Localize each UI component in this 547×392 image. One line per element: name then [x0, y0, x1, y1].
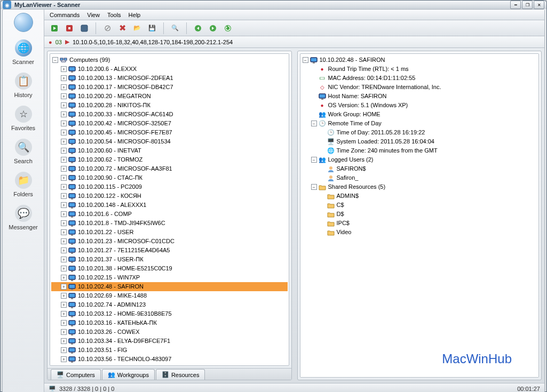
tree-row[interactable]: +10.10.203.12 - HOME-9E310B8E75: [51, 309, 288, 318]
expand-icon[interactable]: +: [61, 284, 67, 290]
tree-row[interactable]: +10.10.200.60 - INETVAT: [51, 146, 288, 155]
tree-row[interactable]: +10.10.200.20 - MEGATRON: [51, 92, 288, 101]
sidebar-item-scanner[interactable]: 🌐 Scanner: [3, 35, 44, 68]
delete-button[interactable]: ✖: [116, 22, 128, 34]
disable-icon[interactable]: ⊘: [101, 22, 113, 34]
tree-row[interactable]: +10.10.200.115 - PC2009: [51, 182, 288, 191]
expand-icon[interactable]: +: [61, 75, 67, 81]
scan-stop-button[interactable]: [64, 22, 75, 34]
expand-icon[interactable]: +: [61, 238, 67, 244]
expand-icon[interactable]: +: [61, 130, 67, 135]
expand-icon[interactable]: +: [61, 102, 67, 108]
tree-row[interactable]: −10.10.202.48 - SAFIRON: [302, 55, 538, 65]
expand-icon[interactable]: +: [61, 202, 67, 208]
expand-icon[interactable]: +: [61, 66, 67, 72]
expand-icon[interactable]: +: [61, 347, 67, 353]
tree-row[interactable]: +10.10.200.148 - ALEXXX1: [51, 201, 288, 210]
expand-icon[interactable]: +: [61, 320, 67, 326]
expand-icon[interactable]: +: [61, 266, 67, 271]
expand-icon[interactable]: +: [61, 247, 67, 253]
tree-row[interactable]: +10.10.201.6 - COMP: [51, 210, 288, 219]
expand-icon[interactable]: +: [61, 175, 67, 181]
tree-row[interactable]: −Shared Resources (5): [302, 182, 538, 191]
tree-row[interactable]: +10.10.203.51 - FIG: [51, 346, 288, 355]
address-range[interactable]: 10.10.0-5,10,16-18,32,40,48,128-170,184-…: [73, 39, 233, 45]
expand-icon[interactable]: +: [61, 229, 67, 235]
computers-tree[interactable]: −Computers (99)+10.10.200.6 - ALEXXX+10.…: [50, 53, 289, 366]
tree-row[interactable]: ADMIN$: [302, 191, 538, 201]
expand-icon[interactable]: +: [61, 84, 67, 90]
tree-row[interactable]: +10.10.200.6 - ALEXXX: [51, 65, 288, 74]
tree-row[interactable]: +10.10.200.122 - КОСЯН: [51, 191, 288, 201]
tree-row[interactable]: ●Round Trip Time (RTL): < 1 ms: [302, 65, 538, 74]
save-button[interactable]: 💾: [146, 22, 158, 34]
tree-row[interactable]: +10.10.200.13 - MICROSOF-2DFEA1: [51, 74, 288, 83]
expand-icon[interactable]: +: [61, 338, 67, 344]
expand-icon[interactable]: +: [61, 121, 67, 126]
expand-icon[interactable]: +: [61, 93, 67, 99]
menu-commands[interactable]: Commands: [50, 12, 80, 18]
expand-icon[interactable]: +: [61, 293, 67, 299]
expand-icon[interactable]: +: [61, 148, 67, 154]
tree-row[interactable]: 🖥️System Loaded: 2011.05.28 16:04:04: [302, 137, 538, 146]
close-button[interactable]: ✕: [534, 1, 544, 9]
expand-icon[interactable]: +: [61, 111, 67, 117]
expand-icon[interactable]: +: [61, 257, 67, 262]
back-button[interactable]: [192, 22, 204, 34]
tree-row[interactable]: IPC$: [302, 219, 538, 228]
zoom-button[interactable]: 🔍: [169, 22, 181, 34]
expand-icon[interactable]: +: [61, 211, 67, 217]
tree-row[interactable]: Video: [302, 228, 538, 237]
tree-row[interactable]: C$: [302, 201, 538, 210]
tree-row[interactable]: +10.10.201.37 - USER-ПК: [51, 255, 288, 264]
expand-icon[interactable]: +: [61, 275, 67, 281]
tree-row[interactable]: Host Name: SAFIRON: [302, 92, 538, 101]
maximize-button[interactable]: ❐: [522, 1, 533, 9]
tree-row[interactable]: +10.10.201.23 - MICROSOF-C01CDC: [51, 237, 288, 246]
tree-row[interactable]: +10.10.202.48 - SAFIRON: [51, 282, 288, 291]
details-tree[interactable]: −10.10.202.48 - SAFIRON●Round Trip Time …: [300, 53, 540, 378]
menu-tools[interactable]: Tools: [107, 12, 121, 18]
minimize-button[interactable]: ━: [510, 1, 521, 9]
menu-help[interactable]: Help: [129, 12, 141, 18]
tree-row[interactable]: +10.10.201.38 - HOME-E5215C0C19: [51, 264, 288, 273]
tree-row[interactable]: ▭MAC Address: 00:14:D1:11:02:55: [302, 74, 538, 83]
collapse-icon[interactable]: −: [311, 157, 317, 163]
tree-row[interactable]: +10.10.200.33 - MICROSOF-AC614D: [51, 110, 288, 119]
forward-button[interactable]: [207, 22, 219, 34]
tree-row[interactable]: +10.10.200.42 - MICROSOF-3250E7: [51, 119, 288, 128]
expand-icon[interactable]: +: [61, 166, 67, 172]
rescan-button[interactable]: [78, 22, 90, 34]
expand-icon[interactable]: +: [61, 302, 67, 308]
tab-computers[interactable]: 🖥️Computers: [51, 369, 101, 380]
expand-icon[interactable]: +: [61, 157, 67, 163]
tree-row[interactable]: 🕒Time of Day: 2011.05.28 16:19:22: [302, 128, 538, 137]
tree-row[interactable]: 👥Work Group: HOME: [302, 110, 538, 119]
tree-row[interactable]: ●OS Version: 5.1 (Windows XP): [302, 101, 538, 110]
expand-icon[interactable]: +: [61, 184, 67, 190]
expand-icon[interactable]: +: [61, 311, 67, 317]
tree-row[interactable]: +10.10.203.34 - ELYA-D9FBFCE7F1: [51, 337, 288, 346]
tree-row[interactable]: −👥Logged Users (2): [302, 155, 538, 164]
sidebar-item-messenger[interactable]: 💬 Messenger: [3, 201, 44, 234]
refresh-button[interactable]: [222, 22, 234, 34]
collapse-icon[interactable]: −: [303, 57, 308, 63]
tree-row[interactable]: SAFIRON$: [302, 164, 538, 173]
tree-row[interactable]: +10.10.202.69 - MIKE-1488: [51, 291, 288, 300]
expand-icon[interactable]: +: [61, 139, 67, 145]
tree-row[interactable]: +10.10.202.74 - ADMIN123: [51, 300, 288, 309]
tree-row[interactable]: +10.10.203.56 - TECHNOLO-483097: [51, 355, 288, 364]
tree-row[interactable]: D$: [302, 210, 538, 219]
tree-row[interactable]: +10.10.200.54 - MICROSOF-801534: [51, 137, 288, 146]
expand-icon[interactable]: +: [61, 220, 67, 226]
tree-row[interactable]: +10.10.200.17 - MICROSOF-DB42C7: [51, 83, 288, 92]
sidebar-item-search[interactable]: 🔍 Search: [3, 134, 44, 167]
tab-resources[interactable]: 🗄️Resources: [156, 369, 205, 380]
tree-row[interactable]: +10.10.203.16 - КАТЕНЬКА-ПК: [51, 318, 288, 327]
tree-row[interactable]: +10.10.200.62 - TORMOZ: [51, 155, 288, 164]
tree-row[interactable]: +10.10.200.90 - СТАС-ПК: [51, 173, 288, 182]
tree-row[interactable]: +10.10.200.45 - MICROSOF-FE7E87: [51, 128, 288, 137]
expand-icon[interactable]: +: [61, 193, 67, 199]
tree-row[interactable]: −Computers (99): [51, 55, 288, 65]
collapse-icon[interactable]: −: [52, 57, 58, 63]
